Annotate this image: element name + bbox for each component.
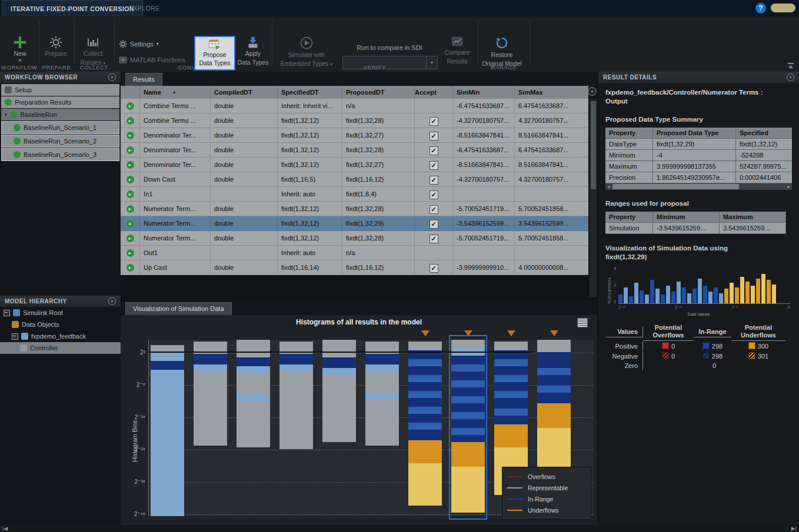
table-row[interactable]: Combine Terms ...doubleInherit: Inherit … [121,99,588,113]
cell-accept[interactable]: ✓ [415,158,453,172]
expander-icon[interactable]: ▾ [5,112,8,118]
scroll-right-icon[interactable]: ► [787,184,791,189]
tab-visualization[interactable]: Visualization of Simulation Data [125,302,232,315]
workflow-item-preparation-results[interactable]: Preparation Results [1,96,119,108]
table-row[interactable]: Combine Terms ...doublefixdt(1,32,12)fix… [121,113,588,128]
column-header-accept[interactable]: Accept [415,86,453,99]
histogram-column[interactable] [537,340,571,474]
cell-specified-dt[interactable]: fixdt(1,32,12) [278,216,342,231]
table-row[interactable]: Numerator Term...doublefixdt(1,32,12)fix… [121,231,588,246]
propose-data-types-button[interactable]: Propose Data Types [194,36,235,71]
prepare-button[interactable]: Prepare [40,36,72,57]
accept-checkbox[interactable]: ✓ [430,235,438,243]
cell-specified-dt[interactable]: Inherit: auto [278,246,342,260]
scrollbar-thumb[interactable] [612,184,739,189]
table-row[interactable]: Down Castdoublefixdt(1,16,5)fixdt(1,16,1… [121,172,588,187]
cell-specified-dt[interactable]: fixdt(1,16,14) [278,260,342,275]
table-row[interactable]: Denominator Ter...doublefixdt(1,32,12)fi… [121,143,588,158]
cell-proposed-dt[interactable]: n/a [342,246,415,260]
cell-accept[interactable]: ✓ [415,231,453,246]
accept-checkbox[interactable]: ✓ [430,132,438,140]
cell-accept[interactable]: ✓ [415,260,453,275]
accept-checkbox[interactable]: ✓ [430,205,438,214]
table-row[interactable]: Numerator Term...doublefixdt(1,32,12)fix… [121,202,588,216]
hierarchy-item-controller[interactable]: Controller [0,342,121,354]
workflow-item-setup[interactable]: Setup [1,84,119,96]
cell-specified-dt[interactable]: fixdt(1,32,12) [278,231,342,246]
scrollbar-thumb[interactable] [591,101,596,189]
accept-checkbox[interactable]: ✓ [430,176,438,185]
summary-table-scrollbar[interactable]: ◄ ► [605,183,792,190]
column-header-specifieddt[interactable]: SpecifiedDT [278,86,342,99]
workflow-item-baselinerun-scenario-1[interactable]: BaselineRun_Scenario_1 [1,121,119,134]
panel-options-icon[interactable] [787,73,794,81]
collect-ranges-button[interactable]: Collect Ranges ▾ [75,36,111,66]
cell-accept[interactable]: ✓ [415,172,453,187]
histogram-column[interactable] [408,342,442,506]
cell-accept[interactable] [415,246,453,260]
accept-checkbox[interactable]: ✓ [430,161,438,170]
cell-proposed-dt[interactable]: fixdt(1,32,27) [342,128,415,143]
cell-proposed-dt[interactable]: fixdt(1,16,12) [342,260,415,275]
column-header-compileddt[interactable]: CompiledDT [211,86,278,99]
cell-accept[interactable] [415,99,453,113]
accept-checkbox[interactable]: ✓ [430,190,438,199]
accept-checkbox[interactable]: ✓ [430,146,438,155]
histogram-column[interactable] [279,342,313,449]
cell-specified-dt[interactable]: fixdt(1,16,5) [278,172,342,187]
panel-options-icon[interactable] [108,73,116,81]
histogram-column[interactable] [237,340,270,447]
help-button[interactable]: ? [755,3,766,14]
restore-original-model-button[interactable]: Restore Original Model [481,36,522,67]
table-row[interactable]: Up Castdoublefixdt(1,16,14)fixdt(1,16,12… [121,260,588,275]
expander-icon[interactable] [12,333,18,340]
histogram-column[interactable] [365,342,399,446]
cell-proposed-dt[interactable]: fixdt(1,32,28) [342,143,415,158]
table-row[interactable]: Denominator Ter...doublefixdt(1,32,12)fi… [121,128,588,143]
results-scrollbar[interactable] [590,99,597,297]
cell-specified-dt[interactable]: fixdt(1,32,12) [278,128,342,143]
cell-proposed-dt[interactable]: fixdt(1,8,4) [342,187,415,202]
column-header-simmin[interactable]: SimMin [453,86,515,99]
table-row[interactable]: Out1Inherit: auton/a [121,246,588,260]
tab-explore[interactable]: EXPLORE [121,0,168,16]
cell-accept[interactable]: ✓ [415,202,453,216]
panel-options-icon[interactable] [108,297,116,305]
hierarchy-item-fxpdemo-feedback[interactable]: fxpdemo_feedback [0,330,121,342]
expander-icon[interactable] [4,310,10,316]
cell-specified-dt[interactable]: fixdt(1,32,12) [278,143,342,158]
matlab-functions-button[interactable]: fx MATLAB Functions [119,56,185,63]
cell-proposed-dt[interactable]: fixdt(1,16,12) [342,172,415,187]
window-controls[interactable] [771,4,795,12]
accept-checkbox[interactable]: ✓ [430,264,438,273]
settings-button[interactable]: Settings ▾ [119,40,159,48]
table-row[interactable]: Numerator Term...doublefixdt(1,32,12)fix… [121,216,588,231]
histogram-column[interactable] [322,340,356,442]
cell-specified-dt[interactable]: Inherit: auto [278,187,342,202]
compare-results-button[interactable]: Compare Results [440,36,474,65]
cell-specified-dt[interactable]: fixdt(1,32,12) [278,158,342,172]
table-row[interactable]: Denominator Ter...doublefixdt(1,32,12)fi… [121,158,588,172]
column-options-icon[interactable] [588,87,597,96]
column-header-simmax[interactable]: SimMax [515,86,588,99]
column-header-proposeddt[interactable]: ProposedDT [342,86,415,99]
hierarchy-item-data-objects[interactable]: Data Objects [0,319,121,330]
accept-checkbox[interactable]: ✓ [430,220,438,229]
collapse-right-icon[interactable]: ▶| [791,525,797,532]
cell-accept[interactable]: ✓ [415,187,453,202]
column-header-name[interactable]: Name▲ [140,86,211,99]
scroll-left-icon[interactable]: ◄ [607,184,611,189]
cell-proposed-dt[interactable]: n/a [342,99,415,113]
cell-specified-dt[interactable]: Inherit: Inherit vi... [278,99,342,113]
cell-proposed-dt[interactable]: fixdt(1,32,28) [342,113,415,128]
cell-specified-dt[interactable]: fixdt(1,32,12) [278,113,342,128]
histogram-column[interactable] [194,342,227,446]
cell-proposed-dt[interactable]: fixdt(1,32,28) [342,202,415,216]
collapse-ribbon-icon[interactable] [787,63,794,69]
cell-accept[interactable]: ✓ [415,113,453,128]
histogram-column[interactable] [151,345,184,516]
cell-accept[interactable]: ✓ [415,128,453,143]
tab-results[interactable]: Results [125,73,162,86]
workflow-item-baselinerun-scenario-2[interactable]: BaselineRun_Scenario_2 [1,135,119,148]
cell-accept[interactable]: ✓ [415,143,453,158]
